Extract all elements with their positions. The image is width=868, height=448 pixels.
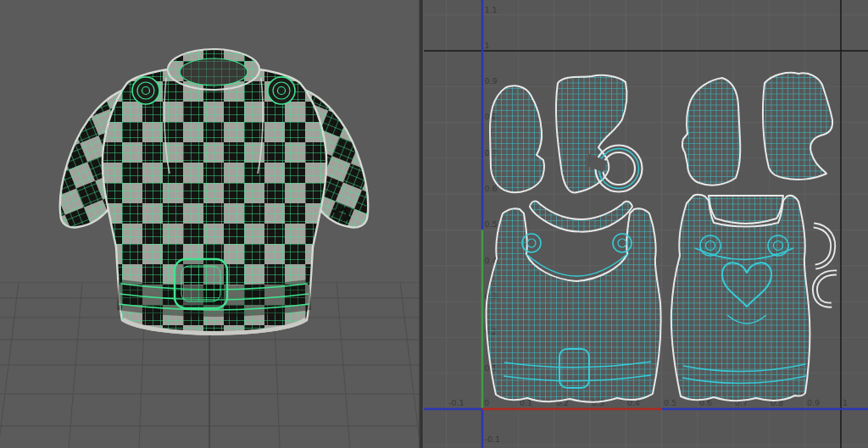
ring-gap	[587, 159, 605, 167]
back-yoke-uv	[709, 196, 783, 224]
u-label: 0.5	[664, 398, 676, 407]
belt-buckle	[175, 259, 227, 308]
v-label: 1	[485, 41, 490, 50]
perspective-viewport[interactable]	[0, 0, 419, 448]
v-label: 1.1	[485, 5, 498, 14]
collar	[168, 49, 259, 90]
v-label: 0.9	[485, 76, 498, 86]
v-label: 0.5	[485, 219, 498, 229]
u-label: -0.1	[448, 398, 465, 407]
uv-editor-panel[interactable]: -0.1 0 0.1 0.2 0.3 0.4 0.5 0.6 0.7 0.8 0…	[424, 0, 868, 448]
u-label: 0	[484, 398, 489, 407]
u-label: 1	[843, 398, 848, 407]
v-label: 0.6	[485, 184, 498, 193]
left-shoulder-disc	[132, 77, 159, 104]
right-shoulder-disc	[268, 77, 295, 104]
u-label: 0.9	[807, 398, 820, 407]
application-window: -0.1 0 0.1 0.2 0.3 0.4 0.5 0.6 0.7 0.8 0…	[0, 0, 868, 448]
v-label: -0.1	[485, 434, 501, 444]
